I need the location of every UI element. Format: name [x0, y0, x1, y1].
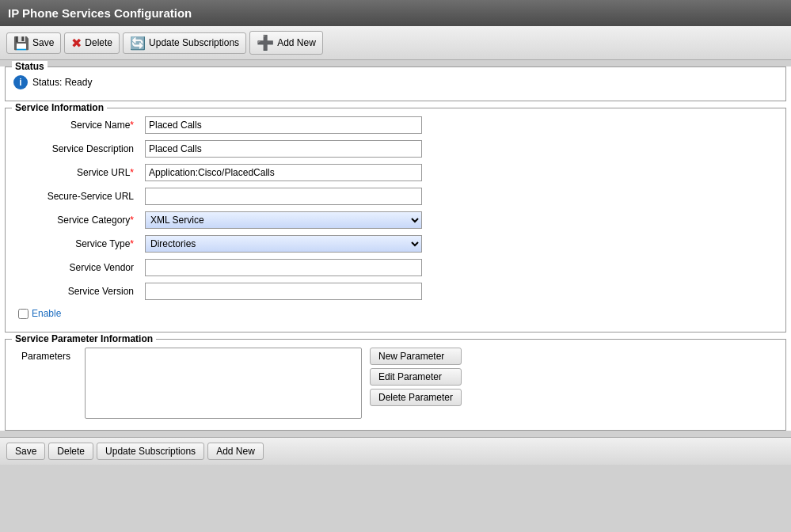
status-section: Status i Status: Ready	[5, 66, 786, 101]
enable-label[interactable]: Enable	[32, 308, 61, 319]
label-service-url: Service URL*	[13, 161, 140, 184]
service-url-input[interactable]	[145, 164, 422, 181]
table-row: Service Vendor	[13, 256, 778, 279]
service-version-input[interactable]	[145, 283, 422, 300]
bottom-delete-button[interactable]: Delete	[48, 443, 93, 460]
label-service-name: Service Name*	[13, 113, 140, 137]
required-star: *	[130, 167, 134, 178]
service-info-section: Service Information Service Name* Servic…	[5, 108, 786, 332]
new-parameter-button[interactable]: New Parameter	[370, 348, 462, 365]
params-area: Parameters New Parameter Edit Parameter …	[13, 344, 778, 422]
label-service-vendor: Service Vendor	[13, 256, 140, 279]
label-service-category: Service Category*	[13, 208, 140, 232]
bottom-toolbar: Save Delete Update Subscriptions Add New	[0, 437, 791, 465]
required-star: *	[130, 238, 134, 249]
label-service-description: Service Description	[13, 137, 140, 161]
table-row: Service Name*	[13, 113, 778, 137]
params-buttons: New Parameter Edit Parameter Delete Para…	[370, 348, 462, 406]
delete-parameter-button[interactable]: Delete Parameter	[370, 389, 462, 406]
service-param-section: Service Parameter Information Parameters…	[5, 339, 786, 431]
table-row: Service URL*	[13, 161, 778, 184]
add-new-button[interactable]: ➕ Add New	[249, 31, 323, 55]
save-icon: 💾	[13, 36, 29, 51]
required-star: *	[130, 120, 134, 131]
table-row: Service Type* Directories	[13, 232, 778, 256]
save-button[interactable]: 💾 Save	[6, 32, 61, 54]
parameters-listbox[interactable]	[85, 348, 362, 419]
content-area: Status i Status: Ready Service Informati…	[0, 66, 791, 431]
info-icon: i	[13, 75, 28, 89]
secure-service-url-input[interactable]	[145, 188, 422, 205]
service-vendor-input[interactable]	[145, 259, 422, 276]
required-star: *	[130, 215, 134, 226]
service-info-table: Service Name* Service Description Servic…	[13, 113, 778, 303]
service-category-select[interactable]: XML Service	[145, 211, 422, 229]
service-info-title: Service Information	[12, 102, 107, 113]
table-row: Secure-Service URL	[13, 184, 778, 208]
bottom-add-new-button[interactable]: Add New	[207, 443, 264, 460]
service-description-input[interactable]	[145, 140, 422, 158]
bottom-update-subscriptions-button[interactable]: Update Subscriptions	[97, 443, 204, 460]
update-icon: 🔄	[130, 36, 146, 51]
table-row: Service Category* XML Service	[13, 208, 778, 232]
enable-row: Enable	[13, 303, 778, 324]
edit-parameter-button[interactable]: Edit Parameter	[370, 368, 462, 386]
status-section-title: Status	[12, 61, 48, 72]
table-row: Service Version	[13, 279, 778, 303]
delete-icon: ✖	[71, 36, 82, 51]
parameters-label: Parameters	[13, 348, 77, 362]
label-service-type: Service Type*	[13, 232, 140, 256]
status-row: i Status: Ready	[13, 72, 778, 93]
table-row: Service Description	[13, 137, 778, 161]
delete-button[interactable]: ✖ Delete	[64, 32, 120, 54]
top-toolbar: 💾 Save ✖ Delete 🔄 Update Subscriptions ➕…	[0, 26, 791, 60]
page-title: IP Phone Services Configuration	[8, 6, 192, 20]
enable-checkbox[interactable]	[18, 309, 29, 319]
status-text: Status: Ready	[32, 77, 92, 88]
service-param-title: Service Parameter Information	[12, 333, 156, 344]
update-subscriptions-button[interactable]: 🔄 Update Subscriptions	[123, 32, 246, 54]
service-type-select[interactable]: Directories	[145, 235, 422, 253]
label-service-version: Service Version	[13, 279, 140, 303]
service-name-input[interactable]	[145, 116, 422, 134]
title-bar: IP Phone Services Configuration	[0, 0, 791, 26]
add-icon: ➕	[257, 34, 274, 51]
label-secure-service-url: Secure-Service URL	[13, 184, 140, 208]
bottom-save-button[interactable]: Save	[6, 443, 45, 460]
